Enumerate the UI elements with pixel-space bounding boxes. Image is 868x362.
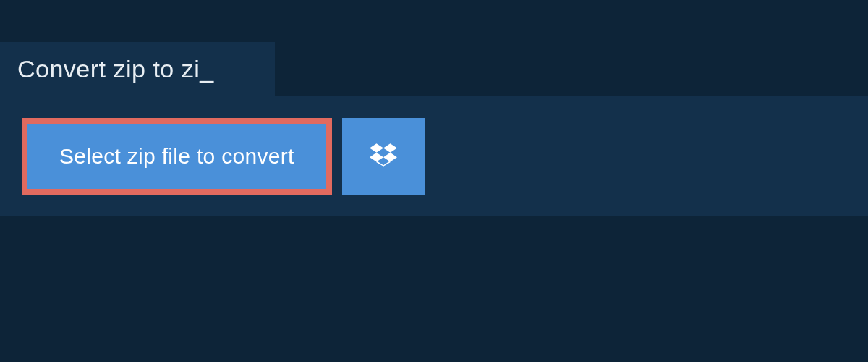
tab-header: Convert zip to zi_ xyxy=(0,42,275,96)
dropbox-button[interactable] xyxy=(342,118,425,195)
tab-title: Convert zip to zi_ xyxy=(17,55,214,83)
select-file-button[interactable]: Select zip file to convert xyxy=(22,118,332,195)
select-file-label: Select zip file to convert xyxy=(59,144,294,169)
upload-panel: Select zip file to convert xyxy=(0,96,868,216)
dropbox-icon xyxy=(370,141,397,172)
button-row: Select zip file to convert xyxy=(22,118,846,195)
